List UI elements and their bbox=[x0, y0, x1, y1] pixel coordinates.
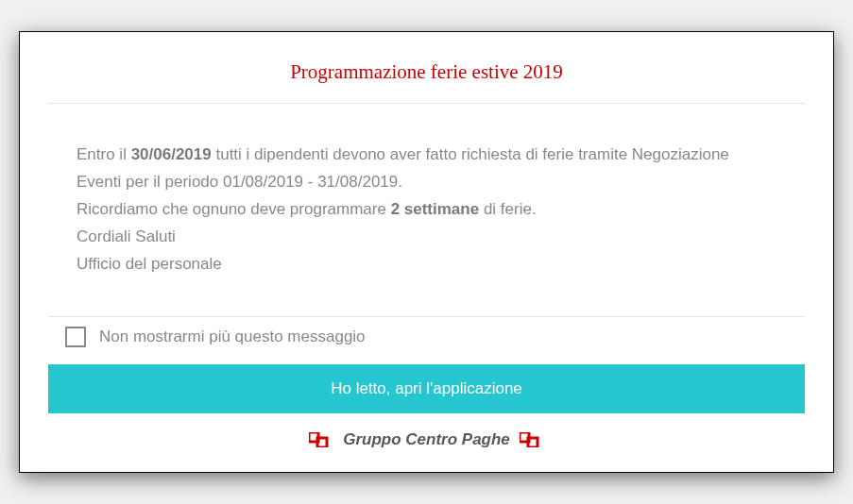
svg-rect-3 bbox=[528, 438, 537, 447]
company-logo-text: Gruppo Centro Paghe bbox=[343, 430, 510, 449]
body-line-3: Cordiali Saluti bbox=[77, 224, 776, 251]
duration-bold: 2 settimane bbox=[391, 200, 480, 218]
svg-rect-1 bbox=[317, 438, 327, 447]
dont-show-again-row: Non mostrarmi più questo messaggio bbox=[48, 317, 805, 364]
body-line-2: Ricordiamo che ognuno deve programmare 2… bbox=[77, 196, 776, 224]
dont-show-again-label: Non mostrarmi più questo messaggio bbox=[99, 328, 366, 346]
dialog-title: Programmazione ferie estive 2019 bbox=[48, 60, 805, 103]
footer-logo: Gruppo Centro Paghe bbox=[48, 413, 805, 449]
body-text: di ferie. bbox=[479, 200, 536, 218]
deadline-date: 30/06/2019 bbox=[131, 145, 212, 163]
body-line-4: Ufficio del personale bbox=[77, 251, 776, 278]
company-logo-icon bbox=[309, 432, 333, 447]
dialog: Programmazione ferie estive 2019 Entro i… bbox=[19, 31, 834, 472]
body-text: Ricordiamo che ognuno deve programmare bbox=[77, 200, 391, 218]
confirm-button[interactable]: Ho letto, apri l'applicazione bbox=[48, 364, 805, 413]
company-logo-icon bbox=[520, 432, 544, 447]
body-line-1: Entro il 30/06/2019 tutti i dipendenti d… bbox=[77, 142, 776, 196]
dialog-body: Entro il 30/06/2019 tutti i dipendenti d… bbox=[48, 104, 805, 315]
body-text: Entro il bbox=[77, 145, 131, 163]
dont-show-again-checkbox[interactable] bbox=[65, 327, 86, 347]
